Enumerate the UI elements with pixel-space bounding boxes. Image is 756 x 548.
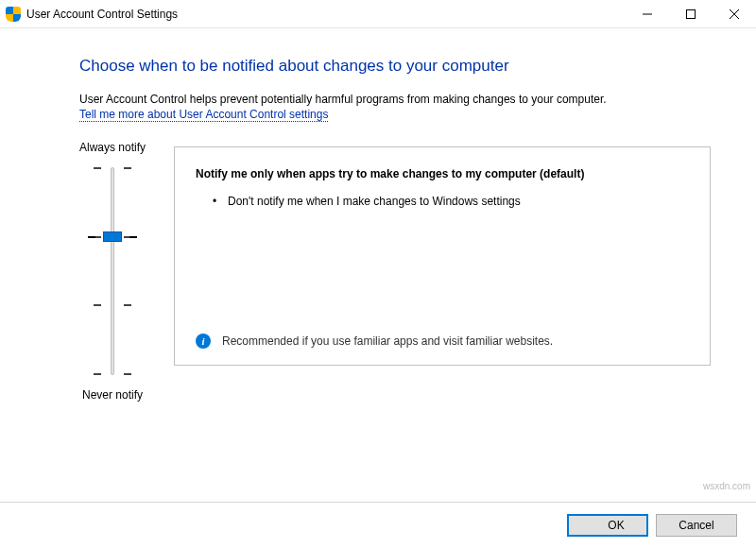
window-controls — [626, 0, 756, 28]
level-description-panel: Notify me only when apps try to make cha… — [174, 146, 711, 366]
recommend-text: Recommended if you use familiar apps and… — [222, 334, 553, 350]
watermark-text: wsxdn.com — [703, 481, 750, 491]
notification-slider-column: Always notify Never notify — [51, 141, 174, 411]
level-bullets: Don't notify me when I make changes to W… — [196, 194, 689, 219]
slider-bottom-label: Never notify — [82, 388, 143, 402]
info-icon: i — [196, 334, 211, 349]
svg-rect-1 — [687, 9, 696, 18]
ok-button[interactable]: OK — [567, 514, 648, 537]
cancel-label: Cancel — [679, 519, 713, 532]
maximize-button[interactable] — [669, 0, 713, 28]
page-heading: Choose when to be notified about changes… — [79, 57, 711, 76]
uac-shield-icon — [591, 519, 604, 532]
slider-thumb[interactable] — [103, 231, 122, 242]
content-area: Choose when to be notified about changes… — [0, 28, 756, 502]
notification-slider[interactable] — [84, 167, 141, 375]
level-recommend: i Recommended if you use familiar apps a… — [196, 315, 689, 350]
description-text: User Account Control helps prevent poten… — [79, 93, 711, 106]
titlebar: User Account Control Settings — [0, 0, 756, 28]
ok-label: OK — [608, 519, 624, 532]
close-button[interactable] — [713, 0, 756, 28]
slider-top-label: Always notify — [79, 141, 146, 154]
dialog-footer: OK Cancel — [0, 502, 756, 548]
uac-shield-icon — [6, 7, 21, 22]
window-title: User Account Control Settings — [26, 8, 178, 21]
cancel-button[interactable]: Cancel — [656, 514, 737, 537]
minimize-button[interactable] — [626, 0, 669, 28]
level-title: Notify me only when apps try to make cha… — [196, 166, 689, 182]
level-bullet-item: Don't notify me when I make changes to W… — [213, 194, 689, 210]
help-link[interactable]: Tell me more about User Account Control … — [79, 108, 328, 122]
